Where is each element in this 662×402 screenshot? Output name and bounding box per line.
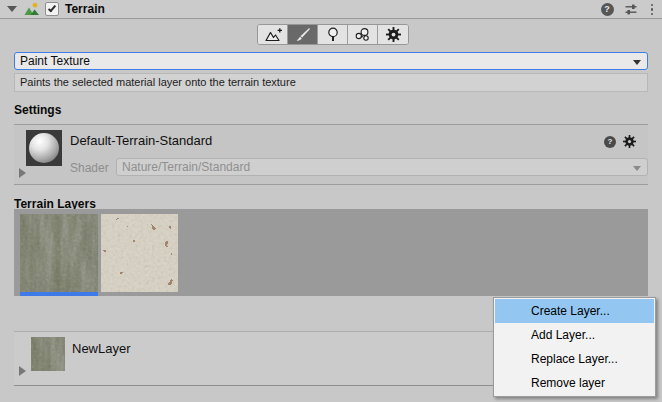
presets-icon[interactable] [624,3,638,16]
tool-paint-trees[interactable] [318,25,348,44]
settings-section-label: Settings [14,103,61,117]
gear-icon [386,27,401,42]
material-name: Default-Terrain-Standard [70,133,212,148]
tool-paint-details[interactable] [348,25,378,44]
terrain-inspector-panel: Terrain ? [0,0,662,402]
terrain-layers-palette [14,209,648,296]
foldout-expanded-icon[interactable] [7,6,17,12]
details-grass-icon [354,27,371,42]
tool-create-neighbor-terrains[interactable] [258,25,288,44]
enabled-checkbox[interactable] [45,2,59,16]
menu-item-replace-layer[interactable]: Replace Layer... [495,347,654,371]
new-layer-name: NewLayer [72,341,131,356]
material-sphere-icon [29,133,59,163]
terrain-layer-grass[interactable] [20,214,98,292]
material-box: Default-Terrain-Standard ? Shader Nature… [14,124,648,185]
rock-texture [101,214,178,292]
tool-description: Paints the selected material layer onto … [14,73,648,92]
menu-item-remove-layer[interactable]: Remove layer [495,371,654,395]
terrain-icon [24,2,40,17]
material-gear-icon[interactable] [623,135,636,148]
tool-paint-terrain[interactable] [288,25,318,44]
help-icon[interactable]: ? [601,3,614,16]
more-menu-icon[interactable] [648,3,657,17]
grass-texture [20,214,98,292]
menu-item-create-layer[interactable]: Create Layer... [495,299,654,323]
grass-texture-small [31,337,65,371]
component-title: Terrain [65,2,105,16]
shader-label: Shader [70,161,109,175]
terrain-layer-rock[interactable] [101,214,178,292]
component-header: Terrain ? [0,0,662,19]
material-help-icon[interactable]: ? [604,136,616,148]
terrain-toolbar [257,24,409,45]
menu-item-add-layer[interactable]: Add Layer... [495,323,654,347]
checkmark-icon [48,4,56,13]
new-layer-foldout-icon[interactable] [19,366,26,376]
material-foldout-icon[interactable] [19,168,26,178]
chevron-down-icon [633,60,641,65]
chevron-down-icon [633,166,641,171]
paint-tool-dropdown[interactable]: Paint Texture [14,52,648,70]
tool-terrain-settings[interactable] [378,25,408,44]
tree-icon [325,27,341,42]
shader-dropdown[interactable]: Nature/Terrain/Standard [116,158,648,176]
paint-tool-dropdown-value: Paint Texture [15,54,90,68]
layer-context-menu: Create Layer... Add Layer... Replace Lay… [493,297,656,397]
shader-dropdown-value: Nature/Terrain/Standard [117,160,250,174]
mountain-plus-icon [263,28,283,42]
new-layer-thumbnail[interactable] [31,337,65,371]
paintbrush-icon [295,27,311,42]
selected-layer-bar [20,292,98,296]
material-preview[interactable] [26,130,62,166]
